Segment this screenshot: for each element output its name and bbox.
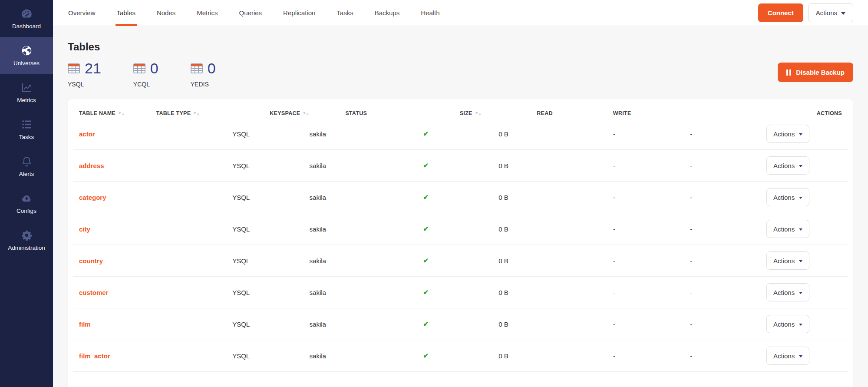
row-actions-button[interactable]: Actions	[766, 283, 809, 301]
sidebar-item[interactable]: Configs	[0, 185, 53, 222]
row-actions-button[interactable]: Actions	[766, 188, 809, 206]
disable-backup-button[interactable]: Disable Backup	[778, 63, 853, 82]
sidebar-item[interactable]: Alerts	[0, 148, 53, 185]
sidebar-item-icon	[21, 192, 33, 204]
line-chart-icon	[21, 82, 33, 93]
sidebar-item-label: Alerts	[19, 171, 34, 177]
sidebar-item[interactable]: Dashboard	[0, 0, 53, 37]
sidebar-item-label: Administration	[8, 245, 45, 251]
sort-icon[interactable]	[119, 112, 124, 116]
row-actions-button[interactable]: Actions	[766, 156, 809, 175]
status-cell: ✔	[423, 193, 498, 201]
tab[interactable]: Replication	[283, 0, 315, 26]
column-header: STATUS	[345, 110, 460, 116]
pause-icon	[786, 69, 788, 76]
sidebar-item-icon	[21, 45, 33, 56]
row-actions-button[interactable]: Actions	[766, 347, 809, 365]
column-header[interactable]: KEYSPACE	[270, 110, 345, 116]
table-name-link[interactable]: actor	[79, 130, 232, 138]
sidebar-item-label: Configs	[17, 208, 36, 214]
size-cell: 0 B	[498, 321, 613, 328]
table-body: actor YSQL sakila ✔ 0 B - - Actions	[73, 118, 848, 372]
table-name-link[interactable]: film	[79, 321, 232, 328]
read-cell: -	[613, 162, 690, 169]
chevron-down-icon	[799, 228, 802, 231]
chevron-down-icon	[799, 260, 802, 262]
sidebar-item[interactable]: Metrics	[0, 74, 53, 111]
tab[interactable]: Tasks	[337, 0, 353, 26]
tab[interactable]: Tables	[117, 0, 135, 26]
read-cell: -	[613, 257, 690, 265]
stat-block: 21 YSQL	[68, 60, 101, 88]
sidebar-item-icon	[21, 229, 33, 241]
column-header[interactable]: SIZE	[460, 110, 537, 116]
tab[interactable]: Health	[421, 0, 439, 26]
tab[interactable]: Overview	[68, 0, 96, 26]
stat-count: 0	[150, 60, 158, 77]
table-name-link[interactable]: film_actor	[79, 352, 232, 360]
check-icon: ✔	[423, 320, 429, 327]
sidebar-item[interactable]: Universes	[0, 37, 53, 74]
sort-icon[interactable]	[475, 112, 481, 116]
write-cell: -	[690, 289, 766, 296]
chevron-down-icon	[799, 197, 802, 199]
row-actions-button[interactable]: Actions	[766, 251, 809, 270]
table-type-cell: YSQL	[232, 289, 309, 296]
app-window: Dashboard Universes	[0, 0, 868, 387]
globe-icon	[21, 45, 33, 56]
table-row: customer YSQL sakila ✔ 0 B - - Actions	[73, 277, 848, 308]
table-type-cell: YSQL	[232, 257, 309, 265]
row-actions-cell: Actions	[766, 315, 842, 333]
row-actions-label: Actions	[773, 130, 795, 138]
sidebar-item-icon	[21, 155, 33, 167]
tab[interactable]: Queries	[239, 0, 262, 26]
column-header[interactable]: TABLE NAME	[79, 110, 156, 116]
row-actions-button[interactable]: Actions	[766, 220, 809, 238]
table-name-link[interactable]: country	[79, 257, 232, 265]
check-icon: ✔	[423, 162, 429, 169]
tab[interactable]: Nodes	[157, 0, 175, 26]
row-actions-button[interactable]: Actions	[766, 125, 809, 143]
read-cell: -	[613, 194, 690, 201]
column-header-label: SIZE	[460, 110, 472, 116]
table-row: film YSQL sakila ✔ 0 B - - Actions	[73, 308, 848, 340]
write-cell: -	[690, 352, 766, 360]
sort-icon[interactable]	[303, 112, 309, 116]
column-header[interactable]: TABLE TYPE	[156, 110, 270, 116]
top-navigation-bar: Overview Tables Nodes Metrics Queries Re…	[53, 0, 868, 26]
table-type-cell: YSQL	[232, 162, 309, 169]
chevron-down-icon	[799, 324, 802, 326]
column-header-label: ACTIONS	[817, 110, 842, 116]
status-cell: ✔	[423, 130, 498, 138]
keyspace-cell: sakila	[310, 321, 423, 328]
keyspace-cell: sakila	[310, 130, 423, 138]
task-list-icon	[21, 119, 33, 130]
sort-icon[interactable]	[194, 112, 199, 116]
size-cell: 0 B	[498, 162, 613, 169]
actions-dropdown-button[interactable]: Actions	[808, 3, 853, 22]
table-name-link[interactable]: category	[79, 194, 232, 201]
stat-count: 0	[208, 60, 216, 77]
keyspace-cell: sakila	[310, 289, 423, 296]
tab[interactable]: Backups	[375, 0, 400, 26]
table-name-link[interactable]: customer	[79, 289, 232, 296]
sidebar-item[interactable]: Tasks	[0, 111, 53, 148]
connect-button[interactable]: Connect	[758, 3, 803, 22]
row-actions-label: Actions	[773, 225, 795, 233]
read-cell: -	[613, 321, 690, 328]
table-name-link[interactable]: address	[79, 162, 232, 169]
stat-block: 0 YEDIS	[191, 60, 216, 88]
table-name-link[interactable]: city	[79, 225, 232, 233]
stat-label: YSQL	[68, 81, 101, 88]
keyspace-cell: sakila	[310, 162, 423, 169]
sidebar-item-label: Dashboard	[12, 23, 41, 30]
chevron-down-icon	[799, 133, 802, 136]
size-cell: 0 B	[498, 352, 613, 360]
sidebar-item[interactable]: Administration	[0, 222, 53, 258]
tab[interactable]: Metrics	[197, 0, 218, 26]
status-cell: ✔	[423, 162, 498, 169]
check-icon: ✔	[423, 288, 429, 296]
table-type-cell: YSQL	[232, 352, 309, 360]
column-header-label: TABLE NAME	[79, 110, 116, 116]
row-actions-button[interactable]: Actions	[766, 315, 809, 333]
